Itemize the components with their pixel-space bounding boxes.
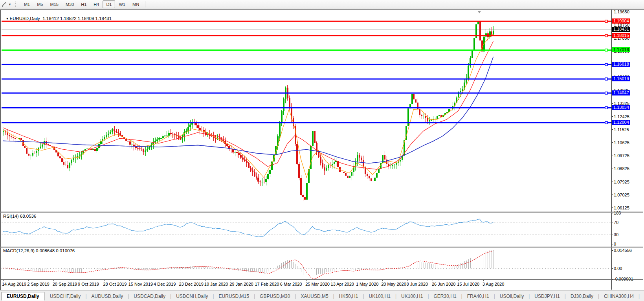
horizontal-level-line[interactable] bbox=[2, 79, 611, 80]
line-handle[interactable] bbox=[605, 49, 607, 51]
price-axis-tick: 1.07025 bbox=[614, 193, 629, 197]
timeframe-button-m5[interactable]: M5 bbox=[33, 0, 46, 8]
macd-histogram bbox=[4, 250, 494, 279]
price-axis-tick: 1.06125 bbox=[614, 206, 629, 210]
macd-axis-tick: 0.014556 bbox=[614, 248, 632, 253]
ma-mid-line bbox=[3, 41, 493, 169]
macd-axis-tick: 0.00 bbox=[614, 266, 622, 271]
tab-usdcad-daily[interactable]: USDCAD,Daily bbox=[129, 292, 170, 300]
symbol-dropdown-icon[interactable]: ▼ bbox=[6, 17, 9, 20]
date-axis-tick: 3 Aug 2020 bbox=[483, 282, 505, 286]
symbol-title: EURUSD,Daily bbox=[10, 16, 40, 21]
timeframe-button-h4[interactable]: H4 bbox=[90, 0, 103, 8]
line-handle[interactable] bbox=[605, 92, 607, 94]
tab-usoil-daily[interactable]: USOil,Daily bbox=[495, 292, 528, 300]
rsi-axis-tick: 70 bbox=[614, 220, 618, 225]
timeframe-button-w1[interactable]: W1 bbox=[115, 0, 129, 8]
price-axis-tick: 1.07925 bbox=[614, 180, 629, 184]
date-axis-tick: 28 Oct 2019 bbox=[103, 282, 127, 286]
date-axis-tick: 15 Nov 2019 bbox=[128, 282, 153, 286]
price-axis-tick: 1.11525 bbox=[614, 127, 629, 132]
line-handle[interactable] bbox=[605, 121, 607, 124]
price-axis-tick: 1.08825 bbox=[614, 166, 629, 171]
pane-splitter[interactable] bbox=[0, 246, 643, 246]
date-axis-tick: 20 May 2020 bbox=[381, 282, 406, 286]
tab-usoil-d[interactable]: USOil,D bbox=[640, 292, 644, 300]
line-handle[interactable] bbox=[605, 78, 607, 80]
candles-group bbox=[3, 17, 494, 203]
timeframe-button-m1[interactable]: M1 bbox=[20, 0, 33, 8]
macd-label: MACD(12,26,9) 0.008648 0.010076 bbox=[3, 248, 75, 253]
rsi-label: RSI(14) 68.0536 bbox=[3, 214, 36, 218]
line-handle[interactable] bbox=[605, 20, 607, 22]
horizontal-level-line[interactable] bbox=[2, 107, 611, 108]
date-axis-tick: 25 Mar 2020 bbox=[305, 282, 330, 286]
chart-shift-marker[interactable] bbox=[478, 11, 481, 13]
chart-tools-icon[interactable] bbox=[1, 1, 7, 7]
toolbar-separator bbox=[145, 1, 145, 7]
rsi-axis-tick: 30 bbox=[614, 232, 618, 237]
current-price-label: 1.18431 bbox=[612, 27, 630, 32]
horizontal-level-line[interactable] bbox=[2, 21, 611, 22]
price-line-label: 1.12004 bbox=[612, 120, 630, 125]
price-line-label: 1.16018 bbox=[612, 62, 630, 67]
tab-ger30-h1[interactable]: GER30,H1 bbox=[429, 292, 461, 300]
macd-axis-tick: -0.009001 bbox=[614, 277, 633, 281]
tab-xauusd-m5[interactable]: XAUUSD,M5 bbox=[296, 292, 333, 300]
top-toolbar: ▼ M1M5M15M30H1H4D1W1MN bbox=[0, 0, 644, 9]
horizontal-level-line[interactable] bbox=[2, 64, 611, 65]
line-handle[interactable] bbox=[605, 63, 607, 66]
timeframe-button-d1[interactable]: D1 bbox=[103, 0, 115, 8]
price-line-label: 1.19004 bbox=[612, 18, 630, 24]
price-line-label: 1.17016 bbox=[612, 47, 630, 52]
toolbar-grip[interactable] bbox=[15, 2, 16, 7]
date-axis-tick: 29 Jan 2020 bbox=[229, 282, 253, 286]
price-line-label: 1.15019 bbox=[612, 76, 630, 81]
date-axis-tick: 13 Apr 2020 bbox=[331, 282, 354, 286]
price-line-label: 1.18015 bbox=[612, 33, 630, 38]
tab-uk100-h1[interactable]: UK100,H1 bbox=[396, 292, 427, 300]
price-line-label: 1.13034 bbox=[612, 105, 630, 110]
horizontal-level-line[interactable] bbox=[2, 50, 611, 51]
horizontal-level-line[interactable] bbox=[2, 35, 611, 36]
date-axis-divider bbox=[0, 279, 643, 280]
chevron-down-icon[interactable]: ▼ bbox=[8, 3, 11, 6]
timeframe-button-m15[interactable]: M15 bbox=[46, 0, 62, 8]
tab-eurusd-daily[interactable]: EURUSD,Daily bbox=[2, 292, 44, 301]
tab-fra40-h1[interactable]: FRA40,H1 bbox=[462, 292, 494, 300]
horizontal-level-line[interactable] bbox=[2, 92, 611, 94]
date-axis-tick: 17 Feb 2020 bbox=[255, 282, 279, 286]
date-axis-tick: 4 Dec 2019 bbox=[154, 282, 176, 286]
date-axis-tick: 9 Oct 2019 bbox=[78, 282, 99, 286]
price-axis-tick: 1.19650 bbox=[614, 9, 629, 14]
date-axis-tick: 26 Jun 2020 bbox=[432, 282, 456, 286]
timeframe-button-m30[interactable]: M30 bbox=[62, 0, 77, 8]
tab-gbpusd-m30[interactable]: GBPUSD,M30 bbox=[255, 292, 295, 300]
tab-china300-h4[interactable]: CHINA300,H4 bbox=[599, 292, 638, 300]
tab-hk50-h1[interactable]: HK50,H1 bbox=[334, 292, 363, 300]
ohlc-values: 1.18412 1.18522 1.18409 1.18431 bbox=[42, 16, 112, 21]
date-axis-tick: 14 Aug 2019 bbox=[2, 282, 26, 286]
price-chart-canvas bbox=[0, 0, 644, 301]
timeframe-toolbar: M1M5M15M30H1H4D1W1MN bbox=[20, 0, 143, 8]
date-axis-tick: 20 Sep 2019 bbox=[53, 282, 77, 286]
tab-uk100-h1[interactable]: UK100,H1 bbox=[364, 292, 395, 300]
timeframe-button-h1[interactable]: H1 bbox=[77, 0, 90, 8]
pane-splitter[interactable] bbox=[0, 247, 643, 248]
date-axis-tick: 6 Mar 2020 bbox=[280, 282, 302, 286]
horizontal-level-line[interactable] bbox=[2, 122, 611, 123]
timeframe-button-mn[interactable]: MN bbox=[129, 0, 143, 8]
line-handle[interactable] bbox=[605, 106, 607, 109]
tab-audusd-daily[interactable]: AUDUSD,Daily bbox=[87, 292, 128, 300]
date-axis-tick: 15 Jul 2020 bbox=[457, 282, 479, 286]
pane-splitter[interactable] bbox=[0, 212, 643, 213]
tab-usdchf-daily[interactable]: USDCHF,Daily bbox=[45, 292, 86, 300]
pane-splitter[interactable] bbox=[0, 211, 643, 211]
chart-title: ▼ EURUSD,Daily 1.18412 1.18522 1.18409 1… bbox=[3, 11, 112, 21]
tab-eurusd-m15[interactable]: EURUSD,M15 bbox=[214, 292, 254, 300]
tab-usdjpy-h1[interactable]: USDJPY,H1 bbox=[530, 292, 564, 300]
tab-dj30-daily[interactable]: DJ30,Daily bbox=[566, 292, 598, 300]
tab-usdcnh-daily[interactable]: USDCNH,Daily bbox=[171, 292, 213, 300]
price-axis-tick: 1.09725 bbox=[614, 153, 629, 158]
line-handle[interactable] bbox=[605, 35, 607, 37]
